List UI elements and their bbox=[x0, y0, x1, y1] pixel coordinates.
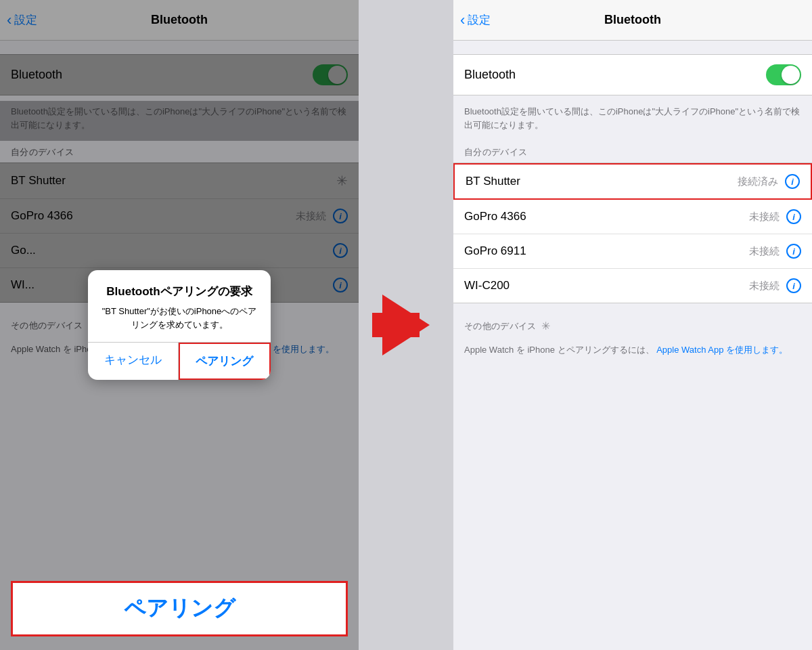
right-info-gopro4366[interactable]: i bbox=[786, 209, 801, 224]
dialog-overlay: Bluetoothペアリングの要求 "BT Shutter"がお使いのiPhon… bbox=[0, 0, 359, 650]
dialog-title: Bluetoothペアリングの要求 bbox=[99, 284, 260, 299]
right-status-gopro6911: 未接続 bbox=[749, 245, 780, 258]
right-info-gopro6911[interactable]: i bbox=[786, 244, 801, 259]
right-device-name-wic200: WI-C200 bbox=[464, 279, 510, 292]
right-device-gopro4366[interactable]: GoPro 4366 未接続 i bbox=[453, 200, 812, 234]
arrow-container bbox=[359, 0, 453, 650]
right-toggle-row: Bluetooth bbox=[453, 55, 812, 95]
dialog-confirm-button[interactable]: ペアリング bbox=[179, 343, 271, 380]
right-device-right-gopro6911: 未接続 i bbox=[749, 244, 801, 259]
right-my-devices-header: 自分のデバイス bbox=[453, 141, 812, 162]
pairing-annotation-text: ペアリング bbox=[124, 596, 235, 620]
right-device-right-bt-shutter: 接続済み i bbox=[738, 174, 800, 189]
right-other-header: その他のデバイス ✳ bbox=[453, 314, 812, 337]
right-device-list: BT Shutter 接続済み i GoPro 4366 未接続 i GoPro… bbox=[453, 162, 812, 303]
pairing-annotation-box: ペアリング bbox=[11, 581, 348, 636]
right-toggle-label: Bluetooth bbox=[464, 68, 516, 82]
right-description: Bluetooth設定を開いている間は、このiPhoneは"大人ライフのiPho… bbox=[453, 101, 812, 141]
right-info-bt-shutter[interactable]: i bbox=[785, 174, 800, 189]
right-footer-text: Apple Watch を iPhone とペアリングするには、 bbox=[464, 345, 654, 355]
left-panel: ‹ 設定 Bluetooth Bluetooth Bluetooth設定を開いて… bbox=[0, 0, 359, 650]
right-nav-title: Bluetooth bbox=[604, 13, 661, 27]
right-back-chevron-icon: ‹ bbox=[460, 13, 465, 28]
right-other-header-label: その他のデバイス bbox=[464, 320, 536, 332]
right-device-right-gopro4366: 未接続 i bbox=[749, 209, 801, 224]
right-content: Bluetooth Bluetooth設定を開いている間は、このiPhoneは"… bbox=[453, 41, 812, 650]
right-device-wic200[interactable]: WI-C200 未接続 i bbox=[453, 269, 812, 303]
right-arrow-icon bbox=[382, 295, 430, 355]
right-status-gopro4366: 未接続 bbox=[749, 211, 780, 223]
right-device-right-wic200: 未接続 i bbox=[749, 278, 801, 293]
right-panel: ‹ 設定 Bluetooth Bluetooth Bluetooth設定を開いて… bbox=[453, 0, 812, 650]
dialog-cancel-button[interactable]: キャンセル bbox=[88, 343, 179, 380]
right-device-bt-shutter[interactable]: BT Shutter 接続済み i bbox=[453, 163, 812, 200]
right-bluetooth-section: Bluetooth bbox=[453, 54, 812, 95]
right-other-spinner-icon: ✳ bbox=[541, 320, 550, 332]
right-other-section: その他のデバイス ✳ Apple Watch を iPhone とペアリングする… bbox=[453, 314, 812, 364]
dialog-message: "BT Shutter"がお使いのiPhoneへのペアリングを求めています。 bbox=[99, 305, 260, 331]
right-info-wic200[interactable]: i bbox=[786, 278, 801, 293]
right-footer: Apple Watch を iPhone とペアリングするには、 Apple W… bbox=[453, 337, 812, 364]
right-back-label: 設定 bbox=[468, 12, 491, 28]
right-bluetooth-toggle[interactable] bbox=[766, 64, 801, 85]
right-status-wic200: 未接続 bbox=[749, 280, 780, 292]
dialog-box: Bluetoothペアリングの要求 "BT Shutter"がお使いのiPhon… bbox=[88, 270, 271, 380]
right-status-bt-shutter: 接続済み bbox=[738, 175, 778, 188]
right-device-name-gopro4366: GoPro 4366 bbox=[464, 210, 526, 223]
right-device-gopro6911[interactable]: GoPro 6911 未接続 i bbox=[453, 234, 812, 269]
right-footer-link[interactable]: Apple Watch App を使用します。 bbox=[656, 345, 788, 355]
right-device-name-bt-shutter: BT Shutter bbox=[466, 175, 520, 188]
right-back-button[interactable]: ‹ 設定 bbox=[460, 12, 491, 28]
dialog-content: Bluetoothペアリングの要求 "BT Shutter"がお使いのiPhon… bbox=[88, 270, 271, 342]
right-nav-bar: ‹ 設定 Bluetooth bbox=[453, 0, 812, 41]
right-device-name-gopro6911: GoPro 6911 bbox=[464, 244, 526, 258]
dialog-buttons: キャンセル ペアリング bbox=[88, 342, 271, 380]
